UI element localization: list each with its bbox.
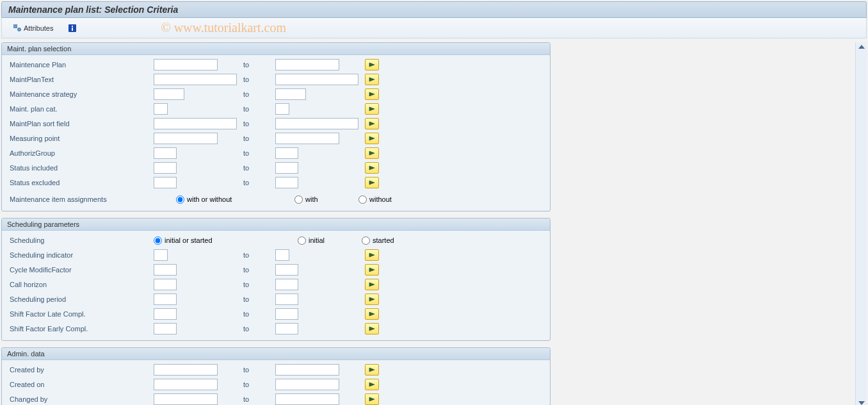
to-label: to: [243, 135, 275, 142]
created-by-to-input[interactable]: [275, 364, 339, 376]
status-included-to-input[interactable]: [275, 162, 298, 174]
multiple-selection-button[interactable]: [365, 379, 379, 390]
radio-initial-or-started[interactable]: initial or started: [154, 236, 253, 245]
status-excluded-to-input[interactable]: [275, 177, 298, 188]
multiple-selection-button[interactable]: [365, 118, 379, 129]
multiple-selection-button[interactable]: [365, 88, 379, 100]
row-shift-factor-late: Shift Factor Late Compl. to: [10, 307, 545, 321]
field-label: Maintenance item assignments: [10, 195, 176, 203]
field-label: AuthorizGroup: [10, 149, 154, 157]
shift-late-from-input[interactable]: [154, 308, 177, 320]
attributes-button[interactable]: Attributes: [8, 23, 57, 33]
multiple-selection-button[interactable]: [365, 147, 379, 159]
multiple-selection-button[interactable]: [365, 279, 379, 290]
field-label: Maintenance Plan: [10, 61, 154, 69]
group-header: Scheduling parameters: [2, 219, 550, 231]
created-on-from-input[interactable]: [154, 379, 218, 390]
radio-input[interactable]: [358, 195, 367, 204]
maint-plan-sort-to-input[interactable]: [275, 118, 358, 129]
radio-input[interactable]: [298, 236, 306, 245]
multiple-selection-button[interactable]: [365, 59, 379, 70]
scroll-down-icon[interactable]: [858, 401, 865, 405]
radio-with[interactable]: with: [294, 195, 339, 204]
scheduling-period-from-input[interactable]: [154, 293, 177, 305]
created-by-from-input[interactable]: [154, 364, 218, 376]
call-horizon-to-input[interactable]: [275, 279, 298, 290]
radio-initial[interactable]: initial: [298, 236, 342, 245]
row-measuring-point: Measuring point to: [10, 131, 545, 145]
cycle-modific-from-input[interactable]: [154, 264, 177, 276]
field-label: Scheduling indicator: [10, 251, 154, 259]
multiple-selection-button[interactable]: [365, 177, 379, 188]
field-label: Status excluded: [10, 179, 154, 186]
measuring-point-to-input[interactable]: [275, 133, 339, 144]
maintenance-plan-to-input[interactable]: [275, 59, 339, 70]
multiple-selection-button[interactable]: [365, 293, 379, 305]
multiple-selection-button[interactable]: [365, 264, 379, 276]
field-label: Call horizon: [10, 281, 154, 288]
maint-plan-cat-to-input[interactable]: [275, 103, 289, 115]
row-authoriz-group: AuthorizGroup to: [10, 146, 545, 160]
created-on-to-input[interactable]: [275, 379, 339, 390]
multiple-selection-button[interactable]: [365, 249, 379, 261]
measuring-point-from-input[interactable]: [154, 133, 218, 144]
maint-plan-text-to-input[interactable]: [275, 74, 358, 85]
row-maintenance-strategy: Maintenance strategy to: [10, 87, 545, 101]
radio-input[interactable]: [294, 195, 303, 204]
radio-input[interactable]: [176, 195, 184, 204]
authoriz-group-from-input[interactable]: [154, 147, 177, 159]
authoriz-group-to-input[interactable]: [275, 147, 298, 159]
to-label: to: [243, 76, 275, 83]
field-label: Created by: [10, 366, 154, 374]
status-excluded-from-input[interactable]: [154, 177, 177, 188]
row-maintenance-plan: Maintenance Plan to: [10, 58, 545, 72]
multiple-selection-button[interactable]: [365, 162, 379, 174]
maintenance-plan-from-input[interactable]: [154, 59, 218, 70]
maintenance-strategy-from-input[interactable]: [154, 88, 184, 100]
maint-plan-text-from-input[interactable]: [154, 74, 237, 85]
attributes-label: Attributes: [24, 24, 53, 32]
scroll-up-icon[interactable]: [858, 45, 865, 49]
to-label: to: [243, 381, 275, 388]
changed-by-from-input[interactable]: [154, 393, 218, 405]
multiple-selection-button[interactable]: [365, 393, 379, 405]
radio-input[interactable]: [362, 236, 370, 245]
to-label: to: [243, 61, 275, 69]
multiple-selection-button[interactable]: [365, 74, 379, 85]
changed-by-to-input[interactable]: [275, 393, 339, 405]
maint-plan-cat-from-input[interactable]: [154, 103, 168, 115]
scheduling-period-to-input[interactable]: [275, 293, 298, 305]
vertical-scrollbar[interactable]: [855, 42, 867, 405]
to-label: to: [243, 149, 275, 157]
scheduling-indicator-to-input[interactable]: [275, 249, 289, 261]
status-included-from-input[interactable]: [154, 162, 177, 174]
row-call-horizon: Call horizon to: [10, 277, 545, 292]
radio-without[interactable]: without: [358, 195, 392, 204]
page-title: Maintenance plan list: Selection Criteri…: [1, 1, 867, 18]
to-label: to: [243, 310, 275, 318]
shift-early-to-input[interactable]: [275, 323, 298, 335]
multiple-selection-button[interactable]: [365, 103, 379, 115]
field-label: MaintPlan sort field: [10, 120, 154, 128]
multiple-selection-button[interactable]: [365, 308, 379, 320]
multiple-selection-button[interactable]: [365, 133, 379, 144]
scheduling-indicator-from-input[interactable]: [154, 249, 168, 261]
radio-input[interactable]: [154, 236, 162, 245]
radio-with-or-without[interactable]: with or without: [176, 195, 275, 204]
multiple-selection-button[interactable]: [365, 323, 379, 335]
multiple-selection-button[interactable]: [365, 364, 379, 376]
call-horizon-from-input[interactable]: [154, 279, 177, 290]
shift-early-from-input[interactable]: [154, 323, 177, 335]
row-maint-plan-sort-field: MaintPlan sort field to: [10, 117, 545, 131]
to-label: to: [243, 120, 275, 128]
maintenance-strategy-to-input[interactable]: [275, 88, 306, 100]
radio-label: without: [369, 195, 392, 203]
info-button[interactable]: [63, 23, 81, 33]
cycle-modific-to-input[interactable]: [275, 264, 298, 276]
shift-late-to-input[interactable]: [275, 308, 298, 320]
radio-label: initial or started: [165, 236, 213, 244]
maint-plan-sort-from-input[interactable]: [154, 118, 237, 129]
radio-started[interactable]: started: [362, 236, 394, 245]
row-scheduling-indicator: Scheduling indicator to: [10, 248, 545, 262]
field-label: Created on: [10, 381, 154, 388]
